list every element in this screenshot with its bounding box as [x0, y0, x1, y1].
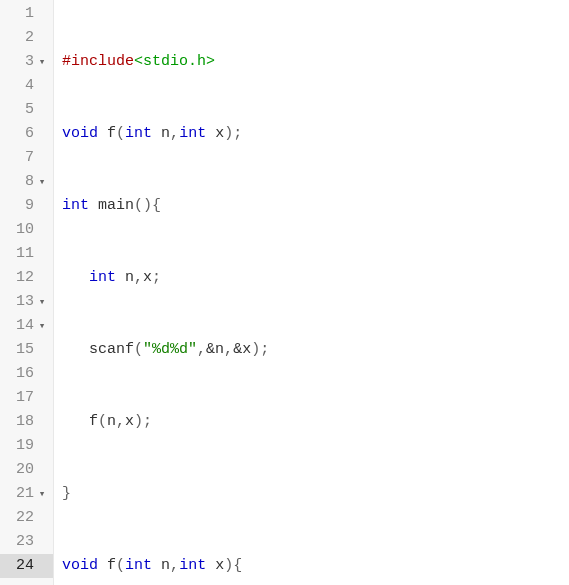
- gutter-line: 4: [0, 74, 53, 98]
- fold-icon[interactable]: ▾: [37, 170, 47, 194]
- gutter-line: 8▾: [0, 170, 53, 194]
- fold-icon[interactable]: ▾: [37, 50, 47, 74]
- line-number: 22: [10, 506, 34, 530]
- gutter-line: 16: [0, 362, 53, 386]
- gutter-line: 10: [0, 218, 53, 242]
- gutter-line: 19: [0, 434, 53, 458]
- line-number: 20: [10, 458, 34, 482]
- fold-icon[interactable]: ▾: [37, 314, 47, 338]
- line-number: 15: [10, 338, 34, 362]
- line-number: 11: [10, 242, 34, 266]
- line-number: 7: [10, 146, 34, 170]
- code-line: }: [62, 482, 569, 506]
- line-number: 6: [10, 122, 34, 146]
- gutter-line: 5: [0, 98, 53, 122]
- gutter-line: 2: [0, 26, 53, 50]
- code-editor: 123▾45678▾910111213▾14▾15161718192021▾22…: [0, 0, 569, 585]
- gutter-line: 22: [0, 506, 53, 530]
- line-number: 12: [10, 266, 34, 290]
- fold-icon[interactable]: ▾: [37, 290, 47, 314]
- code-area[interactable]: #include<stdio.h> void f(int n,int x); i…: [54, 0, 569, 585]
- gutter-line: 18: [0, 410, 53, 434]
- gutter-line: 9: [0, 194, 53, 218]
- gutter-line: 21▾: [0, 482, 53, 506]
- line-number: 9: [10, 194, 34, 218]
- line-number: 19: [10, 434, 34, 458]
- gutter-line: 24: [0, 554, 53, 578]
- code-line: scanf("%d%d",&n,&x);: [62, 338, 569, 362]
- code-line: int n,x;: [62, 266, 569, 290]
- line-number: 16: [10, 362, 34, 386]
- line-number: 8: [10, 170, 34, 194]
- code-line: f(n,x);: [62, 410, 569, 434]
- gutter-line: 23: [0, 530, 53, 554]
- line-number: 5: [10, 98, 34, 122]
- code-line: #include<stdio.h>: [62, 50, 569, 74]
- gutter-line: 12: [0, 266, 53, 290]
- line-number: 17: [10, 386, 34, 410]
- code-line: void f(int n,int x){: [62, 554, 569, 578]
- code-line: void f(int n,int x);: [62, 122, 569, 146]
- gutter: 123▾45678▾910111213▾14▾15161718192021▾22…: [0, 0, 54, 585]
- line-number: 3: [10, 50, 34, 74]
- gutter-line: 20: [0, 458, 53, 482]
- gutter-line: 3▾: [0, 50, 53, 74]
- line-number: 1: [10, 2, 34, 26]
- gutter-line: 11: [0, 242, 53, 266]
- code-line: int main(){: [62, 194, 569, 218]
- line-number: 4: [10, 74, 34, 98]
- line-number: 18: [10, 410, 34, 434]
- gutter-line: 14▾: [0, 314, 53, 338]
- gutter-line: 7: [0, 146, 53, 170]
- line-number: 13: [10, 290, 34, 314]
- fold-icon[interactable]: ▾: [37, 482, 47, 506]
- gutter-line: 1: [0, 2, 53, 26]
- gutter-line: 13▾: [0, 290, 53, 314]
- line-number: 2: [10, 26, 34, 50]
- line-number: 14: [10, 314, 34, 338]
- gutter-line: 17: [0, 386, 53, 410]
- gutter-line: 6: [0, 122, 53, 146]
- gutter-line: 15: [0, 338, 53, 362]
- line-number: 21: [10, 482, 34, 506]
- line-number: 24: [10, 554, 34, 578]
- line-number: 10: [10, 218, 34, 242]
- line-number: 23: [10, 530, 34, 554]
